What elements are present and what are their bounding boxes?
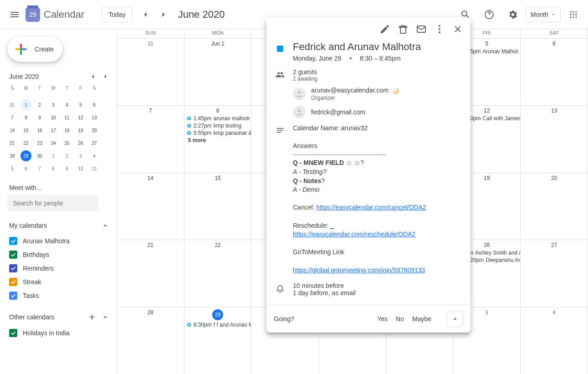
checkbox-icon[interactable] — [9, 251, 17, 259]
calendar-item[interactable]: Tasks — [5, 289, 117, 302]
day-cell[interactable]: 27 — [521, 240, 588, 307]
event-chip[interactable]: 2:27pmkmp testing — [184, 122, 251, 129]
rsvp-yes[interactable]: Yes — [377, 315, 388, 323]
event-chip[interactable]: 1:45pmarunav malhotr — [184, 115, 251, 122]
my-calendars-toggle[interactable]: My calendars — [5, 220, 117, 231]
mini-day[interactable]: 6 — [19, 162, 33, 175]
mini-day[interactable]: 9 — [60, 162, 74, 175]
day-cell[interactable]: 20 — [521, 173, 588, 240]
other-calendars-toggle[interactable]: Other calendars — [5, 311, 117, 323]
checkbox-icon[interactable] — [9, 237, 17, 245]
mini-day[interactable]: 28 — [5, 149, 19, 162]
mini-day[interactable]: 22 — [19, 137, 33, 149]
mini-day[interactable]: 8 — [46, 162, 60, 175]
day-cell[interactable]: 28 — [117, 307, 184, 374]
day-cell[interactable]: 81:45pmarunav malhotr2:27pmkmp testing5:… — [184, 106, 252, 172]
apps-button[interactable] — [562, 4, 584, 26]
day-cell[interactable]: Jun 1 — [184, 39, 252, 105]
mini-day[interactable]: 6 — [87, 98, 101, 111]
mini-day[interactable]: 25 — [60, 137, 74, 149]
mini-day[interactable]: 8 — [19, 111, 33, 124]
mini-day[interactable]: 24 — [46, 137, 60, 149]
mini-day[interactable]: 27 — [87, 137, 101, 149]
mini-day[interactable]: 23 — [33, 137, 46, 149]
mini-day[interactable]: 21 — [5, 137, 19, 149]
rsvp-no[interactable]: No — [396, 315, 404, 323]
day-cell[interactable]: 22 — [184, 240, 252, 307]
mini-day[interactable]: 29 — [19, 149, 33, 162]
mini-day[interactable]: 5 — [74, 98, 87, 111]
event-chip[interactable]: 5:55pmkmp parashar & — [184, 129, 251, 137]
mini-day[interactable]: 1 — [19, 98, 33, 111]
today-button[interactable]: Today — [102, 7, 132, 22]
calendar-item[interactable]: Arunav Malhotra — [5, 234, 117, 248]
calendar-item[interactable]: Holidays in India — [5, 326, 117, 340]
calendar-item[interactable]: Birthdays — [5, 248, 117, 261]
rsvp-maybe[interactable]: Maybe — [412, 315, 431, 323]
mini-day[interactable]: 2 — [33, 98, 46, 111]
mini-day[interactable]: 13 — [87, 111, 101, 124]
menu-button[interactable] — [4, 4, 26, 26]
edit-button[interactable] — [376, 20, 394, 38]
day-cell[interactable]: 21 — [117, 240, 184, 307]
mini-day[interactable]: 17 — [46, 124, 60, 137]
mini-day[interactable]: 9 — [33, 111, 46, 124]
checkbox-icon[interactable] — [9, 264, 17, 272]
mini-day[interactable]: 26 — [74, 137, 87, 149]
prev-month-button[interactable] — [136, 5, 154, 24]
mini-prev-button[interactable] — [87, 71, 98, 82]
mini-day[interactable]: 2 — [60, 149, 74, 162]
checkbox-icon[interactable] — [9, 329, 17, 337]
create-button[interactable]: Create — [7, 36, 63, 62]
mini-day[interactable]: 16 — [33, 124, 46, 137]
mini-day[interactable]: 20 — [87, 124, 101, 137]
cancel-link[interactable]: https://easycalendar.com/cancel/ODA2 — [316, 204, 426, 211]
checkbox-icon[interactable] — [9, 292, 17, 300]
search-people-input[interactable] — [7, 195, 98, 211]
mini-day[interactable]: 4 — [60, 98, 74, 111]
checkbox-icon[interactable] — [9, 278, 17, 286]
mini-day[interactable]: 1 — [46, 149, 60, 162]
mini-day[interactable]: 3 — [74, 149, 87, 162]
mini-day[interactable]: 5 — [5, 162, 19, 175]
more-events-link[interactable]: 5 more — [184, 137, 251, 144]
day-cell[interactable]: 15 — [184, 173, 252, 240]
email-button[interactable] — [412, 20, 430, 38]
mini-day[interactable]: 10 — [74, 162, 87, 175]
calendar-item[interactable]: Reminders — [5, 261, 117, 275]
mini-day[interactable]: 18 — [60, 124, 74, 137]
close-button[interactable] — [449, 20, 467, 38]
mini-day[interactable]: 7 — [5, 111, 19, 124]
more-button[interactable] — [430, 20, 449, 38]
mini-next-button[interactable] — [100, 71, 111, 82]
mini-day[interactable]: 14 — [5, 124, 19, 137]
mini-day[interactable]: 4 — [87, 149, 101, 162]
mini-day[interactable]: 31 — [5, 98, 19, 111]
expand-button[interactable] — [447, 311, 463, 327]
mini-day[interactable]: 15 — [19, 124, 33, 137]
day-cell[interactable]: 31 — [117, 39, 184, 105]
settings-button[interactable] — [502, 4, 524, 26]
mini-day[interactable]: 11 — [60, 111, 74, 124]
mini-day[interactable]: 11 — [87, 162, 101, 175]
add-icon[interactable] — [87, 313, 97, 322]
mini-day[interactable]: 7 — [33, 162, 46, 175]
day-cell[interactable]: 14 — [117, 173, 184, 240]
help-button[interactable] — [478, 4, 500, 26]
reschedule-link-underscore[interactable]: _ — [330, 222, 334, 229]
mini-day[interactable]: 19 — [74, 124, 87, 137]
day-cell[interactable]: 4 — [521, 307, 588, 374]
day-cell[interactable]: 7 — [117, 106, 184, 172]
mini-day[interactable]: 12 — [74, 111, 87, 124]
reschedule-link[interactable]: https://easycalendar.com/reschedule/ODA2 — [293, 231, 415, 238]
event-chip[interactable]: 8:30pmf f and Arunav M — [184, 321, 251, 328]
day-cell[interactable]: 298:30pmf f and Arunav M — [184, 307, 252, 374]
mini-day[interactable]: 10 — [46, 111, 60, 124]
view-selector[interactable]: Month — [526, 7, 561, 22]
mini-day[interactable]: 30 — [33, 149, 46, 162]
delete-button[interactable] — [394, 20, 412, 38]
day-cell[interactable]: 13 — [521, 106, 588, 172]
gtm-link[interactable]: https://global.gotomeeting.com/join/5976… — [293, 266, 425, 274]
calendar-item[interactable]: Streak — [5, 275, 117, 289]
next-month-button[interactable] — [154, 5, 173, 24]
